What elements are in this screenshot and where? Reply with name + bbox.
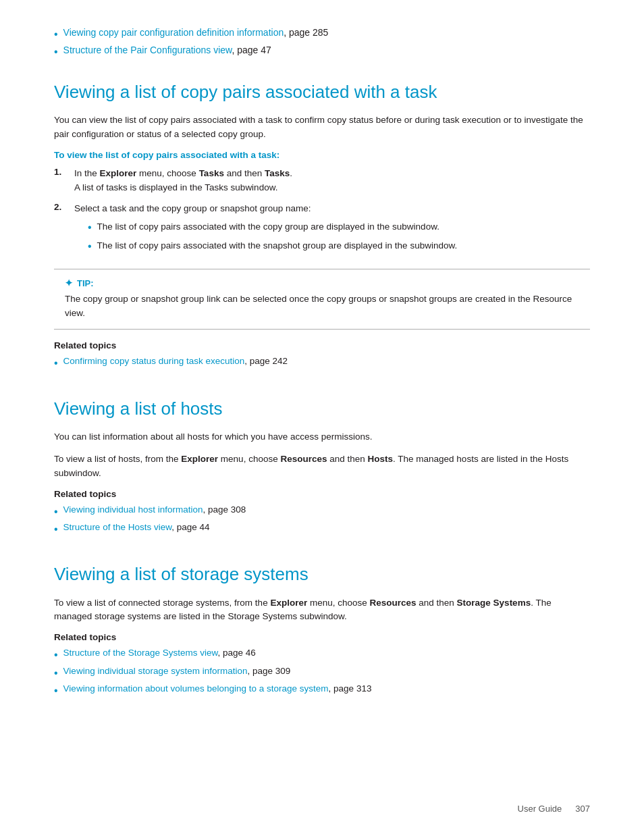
bullet-icon: • (54, 504, 58, 519)
footer-label: User Guide (518, 804, 562, 814)
page-footer: User Guide 307 (518, 804, 590, 814)
section3-bold3: Storage Systems (457, 598, 531, 608)
section3-intro-middle: menu, choose (307, 598, 369, 608)
section3-related-span-3: Viewing information about volumes belong… (63, 683, 372, 694)
bullet-icon: • (54, 522, 58, 537)
step-2-number: 2. (54, 202, 74, 212)
step-2-sub-bullets: • The list of copy pairs associated with… (88, 220, 590, 255)
top-link-2[interactable]: Structure of the Pair Configurations vie… (63, 45, 232, 55)
sub-bullet-1-text: The list of copy pairs associated with t… (97, 220, 439, 234)
section-storage-systems: Viewing a list of storage systems To vie… (54, 564, 590, 698)
section1-heading: Viewing a list of copy pairs associated … (54, 82, 590, 103)
step-2-text: Select a task and the copy group or snap… (74, 203, 311, 213)
tip-text: The copy group or snapshot group link ca… (65, 292, 579, 321)
section2-bold3: Hosts (368, 454, 394, 464)
step-1: 1. In the Explorer menu, choose Tasks an… (54, 167, 590, 195)
section1-related-heading: Related topics (54, 340, 590, 350)
section2-related-list: • Viewing individual host information, p… (54, 504, 590, 538)
section1-related-item-1: • Confirming copy status during task exe… (54, 356, 590, 371)
section3-related-heading: Related topics (54, 632, 590, 642)
section2-related-anchor-1[interactable]: Viewing individual host information (63, 504, 203, 515)
step-1-bold2: Tasks (199, 168, 224, 178)
section3-related-item-1: • Structure of the Storage Systems view,… (54, 648, 590, 662)
top-link-1[interactable]: Viewing copy pair configuration definiti… (63, 27, 284, 38)
step-1-bold1: Explorer (100, 168, 137, 178)
section1-intro: You can view the list of copy pairs asso… (54, 113, 590, 142)
bullet-icon: • (54, 648, 58, 662)
bullet-icon: • (54, 45, 58, 59)
top-bullet-2: Structure of the Pair Configurations vie… (63, 45, 271, 55)
sub-bullet-2-text: The list of copy pairs associated with t… (97, 239, 458, 253)
section3-intro: To view a list of connected storage syst… (54, 596, 590, 625)
sub-bullet-icon: • (88, 220, 92, 235)
sub-bullet-2: • The list of copy pairs associated with… (88, 239, 590, 254)
page-content: • Viewing copy pair configuration defini… (54, 27, 590, 699)
footer-page-number: 307 (575, 804, 590, 814)
section3-intro-middle2: and then (417, 598, 457, 608)
bullet-icon: • (54, 27, 58, 42)
section3-related-span-2: Viewing individual storage system inform… (63, 666, 291, 676)
section3-related-item-2: • Viewing individual storage system info… (54, 666, 590, 681)
section2-intro2: To view a list of hosts, from the Explor… (54, 452, 590, 481)
section2-related-span-2: Structure of the Hosts view, page 44 (63, 522, 210, 532)
section2-related-heading: Related topics (54, 489, 590, 499)
section2-intro2-middle: menu, choose (218, 454, 280, 464)
step-1-text-middle2: and then (224, 168, 265, 178)
section3-bold1: Explorer (270, 598, 307, 608)
section2-related-span-1: Viewing individual host information, pag… (63, 504, 246, 515)
section1-related-anchor-1[interactable]: Confirming copy status during task execu… (63, 356, 245, 366)
bullet-icon: • (54, 683, 58, 698)
section3-bold2: Resources (369, 598, 416, 608)
tip-box: ✦ TIP: The copy group or snapshot group … (54, 269, 590, 330)
section1-steps: 1. In the Explorer menu, choose Tasks an… (54, 167, 590, 259)
section-copy-pairs: Viewing a list of copy pairs associated … (54, 82, 590, 371)
section3-intro-before: To view a list of connected storage syst… (54, 598, 270, 608)
step-1-text-before: In the (74, 168, 100, 178)
sub-bullet-icon: • (88, 239, 92, 254)
step-2-content: Select a task and the copy group or snap… (74, 202, 590, 259)
section2-bold1: Explorer (181, 454, 218, 464)
section2-intro2-before: To view a list of hosts, from the (54, 454, 181, 464)
section2-bold2: Resources (280, 454, 327, 464)
section-hosts: Viewing a list of hosts You can list inf… (54, 398, 590, 538)
section3-related-list: • Structure of the Storage Systems view,… (54, 648, 590, 698)
section2-related-item-2: • Structure of the Hosts view, page 44 (54, 522, 590, 537)
section3-heading: Viewing a list of storage systems (54, 564, 590, 585)
sun-icon: ✦ (65, 278, 73, 288)
bullet-icon: • (54, 356, 58, 371)
section3-related-anchor-3[interactable]: Viewing information about volumes belong… (63, 683, 329, 694)
tip-label-text: TIP: (77, 278, 94, 288)
section1-procedure-heading: To view the list of copy pairs associate… (54, 150, 590, 160)
section2-intro1: You can list information about all hosts… (54, 430, 590, 444)
section2-heading: Viewing a list of hosts (54, 398, 590, 419)
section3-related-span-1: Structure of the Storage Systems view, p… (63, 648, 256, 658)
section2-intro2-middle2: and then (327, 454, 367, 464)
section3-related-anchor-1[interactable]: Structure of the Storage Systems view (63, 648, 218, 658)
bullet-icon: • (54, 666, 58, 681)
step-1-bold3: Tasks (265, 168, 290, 178)
section2-related-item-1: • Viewing individual host information, p… (54, 504, 590, 519)
step-1-text-after: . (290, 168, 292, 178)
top-bullet-1: Viewing copy pair configuration definiti… (63, 27, 329, 38)
tip-label: ✦ TIP: (65, 278, 579, 288)
step-2: 2. Select a task and the copy group or s… (54, 202, 590, 259)
step-1-sub-note: A list of tasks is displayed in the Task… (74, 182, 277, 192)
top-bullets-section: • Viewing copy pair configuration defini… (54, 27, 590, 60)
section3-related-item-3: • Viewing information about volumes belo… (54, 683, 590, 698)
section1-related-list: • Confirming copy status during task exe… (54, 356, 590, 371)
step-1-number: 1. (54, 167, 74, 177)
section3-related-anchor-2[interactable]: Viewing individual storage system inform… (63, 666, 248, 676)
sub-bullet-1: • The list of copy pairs associated with… (88, 220, 590, 235)
section2-related-anchor-2[interactable]: Structure of the Hosts view (63, 522, 172, 532)
section1-related-link-1: Confirming copy status during task execu… (63, 356, 288, 366)
step-1-content: In the Explorer menu, choose Tasks and t… (74, 167, 590, 195)
step-1-text-middle: menu, choose (136, 168, 198, 178)
